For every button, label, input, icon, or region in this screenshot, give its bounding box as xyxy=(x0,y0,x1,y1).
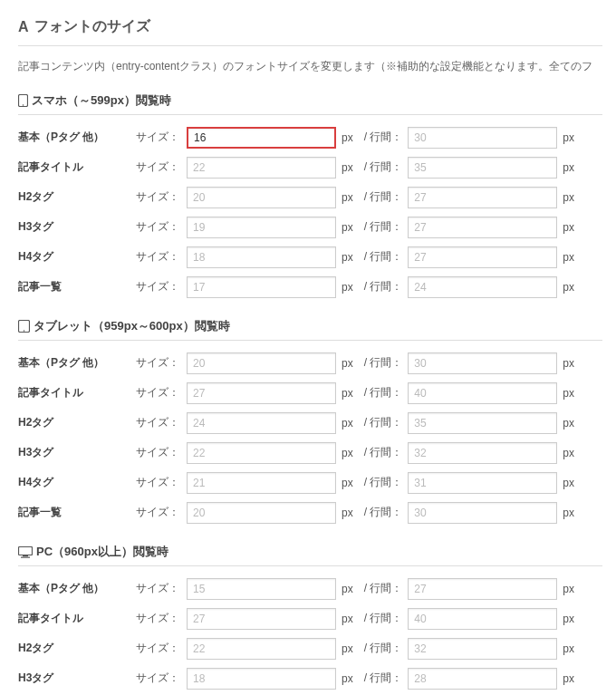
unit-px: px xyxy=(563,642,574,655)
line-height-input[interactable] xyxy=(408,157,557,179)
line-height-input[interactable] xyxy=(408,442,557,464)
unit-px: px xyxy=(342,613,353,625)
line-height-label: / 行間： xyxy=(364,611,403,626)
size-label: サイズ： xyxy=(136,581,187,596)
group-title: タブレット（959px～600px）閲覧時 xyxy=(18,318,602,341)
setting-row: 基本（Pタグ 他）サイズ：px/ 行間：px xyxy=(18,348,602,378)
row-label: 基本（Pタグ 他） xyxy=(18,355,136,371)
size-label: サイズ： xyxy=(136,611,187,626)
line-height-input[interactable] xyxy=(408,217,557,238)
size-input[interactable] xyxy=(187,472,336,494)
row-label: H4タグ xyxy=(18,249,136,265)
row-label: H2タグ xyxy=(18,415,136,430)
unit-px: px xyxy=(563,672,574,685)
line-height-input[interactable] xyxy=(408,638,557,660)
setting-row: 記事一覧サイズ：px/ 行間：px xyxy=(18,497,602,527)
line-height-label: / 行間： xyxy=(364,581,403,596)
line-height-label: / 行間： xyxy=(364,130,403,145)
tablet-icon xyxy=(18,320,30,333)
size-input[interactable] xyxy=(187,668,336,690)
unit-px: px xyxy=(563,477,574,489)
unit-px: px xyxy=(563,221,574,234)
setting-row: H2タグサイズ：px/ 行間：px xyxy=(18,633,602,663)
row-label: 記事一覧 xyxy=(18,505,136,520)
unit-px: px xyxy=(342,417,353,430)
row-label: 記事一覧 xyxy=(18,279,136,294)
size-label: サイズ： xyxy=(136,641,187,656)
line-height-input[interactable] xyxy=(408,412,557,434)
svg-rect-5 xyxy=(19,546,33,555)
size-input[interactable] xyxy=(187,578,336,600)
size-input[interactable] xyxy=(187,608,336,630)
unit-px: px xyxy=(563,387,574,400)
setting-row: H3タグサイズ：px/ 行間：px xyxy=(18,663,602,693)
line-height-input[interactable] xyxy=(408,578,557,600)
size-input[interactable] xyxy=(187,127,336,149)
row-label: H2タグ xyxy=(18,189,136,205)
setting-row: 基本（Pタグ 他）サイズ：px/ 行間：px xyxy=(18,574,602,603)
row-label: H3タグ xyxy=(18,671,136,686)
line-height-input[interactable] xyxy=(408,668,557,690)
row-label: H4タグ xyxy=(18,475,136,490)
line-height-label: / 行間： xyxy=(364,415,403,430)
unit-px: px xyxy=(563,613,574,625)
size-input[interactable] xyxy=(187,246,336,268)
section-title: A フォントのサイズ xyxy=(18,14,602,46)
row-label: H3タグ xyxy=(18,219,136,235)
unit-px: px xyxy=(563,507,574,519)
unit-px: px xyxy=(342,642,353,655)
pc-icon xyxy=(18,546,33,558)
setting-row: 基本（Pタグ 他）サイズ：px/ 行間：px xyxy=(18,122,602,152)
size-input[interactable] xyxy=(187,276,336,298)
unit-px: px xyxy=(563,417,574,430)
line-height-input[interactable] xyxy=(408,472,557,494)
line-height-input[interactable] xyxy=(408,608,557,630)
unit-px: px xyxy=(563,251,574,264)
unit-px: px xyxy=(342,447,353,459)
line-height-input[interactable] xyxy=(408,502,557,524)
line-height-label: / 行間： xyxy=(364,475,403,490)
line-height-input[interactable] xyxy=(408,127,557,149)
unit-px: px xyxy=(342,251,353,264)
row-label: 記事タイトル xyxy=(18,385,136,401)
setting-row: 記事一覧サイズ：px/ 行間：px xyxy=(18,272,602,302)
setting-row: H4タグサイズ：px/ 行間：px xyxy=(18,242,602,272)
unit-px: px xyxy=(563,191,574,204)
line-height-label: / 行間： xyxy=(364,641,403,656)
size-label: サイズ： xyxy=(136,385,187,401)
setting-row: H2タグサイズ：px/ 行間：px xyxy=(18,408,602,438)
line-height-label: / 行間： xyxy=(364,249,403,265)
unit-px: px xyxy=(342,191,353,204)
section-description: 記事コンテンツ内（entry-contentクラス）のフォントサイズを変更します… xyxy=(18,59,602,74)
size-label: サイズ： xyxy=(136,249,187,265)
line-height-label: / 行間： xyxy=(364,505,403,520)
setting-row: H3タグサイズ：px/ 行間：px xyxy=(18,438,602,468)
size-label: サイズ： xyxy=(136,445,187,460)
line-height-input[interactable] xyxy=(408,352,557,374)
size-input[interactable] xyxy=(187,187,336,208)
size-input[interactable] xyxy=(187,352,336,374)
group-title-text: PC（960px以上）閲覧時 xyxy=(36,544,168,560)
mobile-icon xyxy=(18,94,28,107)
line-height-input[interactable] xyxy=(408,187,557,208)
line-height-input[interactable] xyxy=(408,276,557,298)
size-input[interactable] xyxy=(187,382,336,404)
size-input[interactable] xyxy=(187,502,336,524)
row-label: 基本（Pタグ 他） xyxy=(18,130,136,145)
size-input[interactable] xyxy=(187,442,336,464)
svg-rect-6 xyxy=(23,555,28,556)
size-input[interactable] xyxy=(187,638,336,660)
group-title-text: スマホ（～599px）閲覧時 xyxy=(32,92,171,109)
unit-px: px xyxy=(563,583,574,595)
line-height-input[interactable] xyxy=(408,246,557,268)
size-label: サイズ： xyxy=(136,355,187,371)
unit-px: px xyxy=(342,357,353,370)
unit-px: px xyxy=(342,161,353,174)
size-label: サイズ： xyxy=(136,505,187,520)
size-input[interactable] xyxy=(187,157,336,179)
svg-rect-7 xyxy=(21,556,30,557)
size-label: サイズ： xyxy=(136,671,187,686)
line-height-input[interactable] xyxy=(408,382,557,404)
size-input[interactable] xyxy=(187,412,336,434)
size-input[interactable] xyxy=(187,217,336,238)
